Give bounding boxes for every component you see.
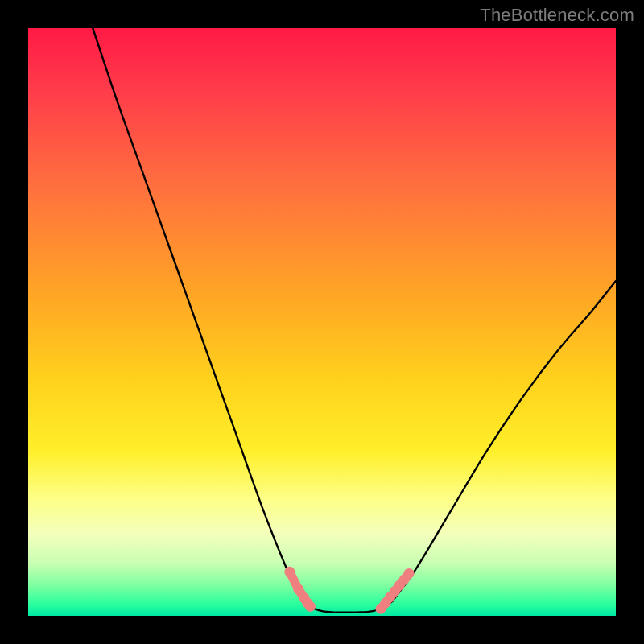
- right-branch-curve: [393, 281, 616, 601]
- watermark-text: TheBottleneck.com: [480, 5, 634, 26]
- marker-dot: [284, 567, 295, 577]
- marker-dot: [404, 568, 415, 579]
- chart-frame: TheBottleneck.com: [0, 0, 644, 644]
- left-marker-dots: [284, 567, 316, 612]
- left-branch-curve: [93, 28, 310, 607]
- marker-dot: [305, 601, 316, 612]
- marker-dot: [293, 584, 303, 595]
- right-marker-dots: [376, 568, 415, 614]
- chart-svg: [28, 28, 616, 616]
- plot-area: [28, 28, 616, 616]
